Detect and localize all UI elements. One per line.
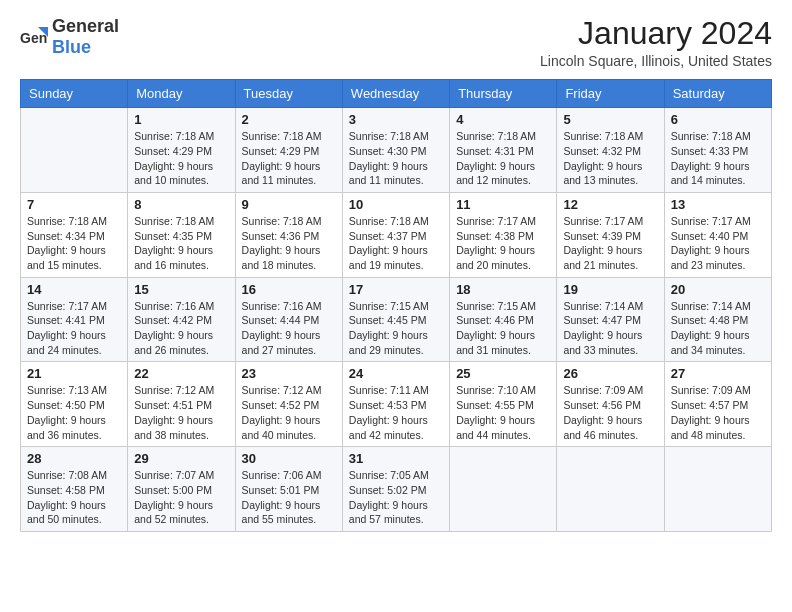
title-area: January 2024 Lincoln Square, Illinois, U… (540, 16, 772, 69)
day-number: 16 (242, 282, 336, 297)
day-number: 23 (242, 366, 336, 381)
calendar-cell: 27Sunrise: 7:09 AMSunset: 4:57 PMDayligh… (664, 362, 771, 447)
cell-info: Sunrise: 7:18 AMSunset: 4:32 PMDaylight:… (563, 129, 657, 188)
calendar-cell: 22Sunrise: 7:12 AMSunset: 4:51 PMDayligh… (128, 362, 235, 447)
calendar-day-header: Sunday (21, 80, 128, 108)
calendar-cell: 2Sunrise: 7:18 AMSunset: 4:29 PMDaylight… (235, 108, 342, 193)
cell-info: Sunrise: 7:18 AMSunset: 4:34 PMDaylight:… (27, 214, 121, 273)
day-number: 9 (242, 197, 336, 212)
calendar-cell: 16Sunrise: 7:16 AMSunset: 4:44 PMDayligh… (235, 277, 342, 362)
cell-info: Sunrise: 7:12 AMSunset: 4:51 PMDaylight:… (134, 383, 228, 442)
day-number: 7 (27, 197, 121, 212)
cell-info: Sunrise: 7:09 AMSunset: 4:56 PMDaylight:… (563, 383, 657, 442)
cell-info: Sunrise: 7:07 AMSunset: 5:00 PMDaylight:… (134, 468, 228, 527)
cell-info: Sunrise: 7:16 AMSunset: 4:42 PMDaylight:… (134, 299, 228, 358)
cell-info: Sunrise: 7:18 AMSunset: 4:37 PMDaylight:… (349, 214, 443, 273)
calendar-cell: 13Sunrise: 7:17 AMSunset: 4:40 PMDayligh… (664, 192, 771, 277)
day-number: 22 (134, 366, 228, 381)
cell-info: Sunrise: 7:05 AMSunset: 5:02 PMDaylight:… (349, 468, 443, 527)
calendar-cell: 4Sunrise: 7:18 AMSunset: 4:31 PMDaylight… (450, 108, 557, 193)
day-number: 13 (671, 197, 765, 212)
calendar-day-header: Tuesday (235, 80, 342, 108)
calendar-cell: 15Sunrise: 7:16 AMSunset: 4:42 PMDayligh… (128, 277, 235, 362)
calendar-cell: 30Sunrise: 7:06 AMSunset: 5:01 PMDayligh… (235, 447, 342, 532)
day-number: 26 (563, 366, 657, 381)
cell-info: Sunrise: 7:15 AMSunset: 4:46 PMDaylight:… (456, 299, 550, 358)
day-number: 14 (27, 282, 121, 297)
day-number: 2 (242, 112, 336, 127)
cell-info: Sunrise: 7:15 AMSunset: 4:45 PMDaylight:… (349, 299, 443, 358)
calendar-table: SundayMondayTuesdayWednesdayThursdayFrid… (20, 79, 772, 532)
calendar-cell: 23Sunrise: 7:12 AMSunset: 4:52 PMDayligh… (235, 362, 342, 447)
day-number: 27 (671, 366, 765, 381)
calendar-cell: 5Sunrise: 7:18 AMSunset: 4:32 PMDaylight… (557, 108, 664, 193)
calendar-cell: 10Sunrise: 7:18 AMSunset: 4:37 PMDayligh… (342, 192, 449, 277)
calendar-cell: 6Sunrise: 7:18 AMSunset: 4:33 PMDaylight… (664, 108, 771, 193)
calendar-week-row: 7Sunrise: 7:18 AMSunset: 4:34 PMDaylight… (21, 192, 772, 277)
day-number: 24 (349, 366, 443, 381)
calendar-cell: 29Sunrise: 7:07 AMSunset: 5:00 PMDayligh… (128, 447, 235, 532)
day-number: 5 (563, 112, 657, 127)
calendar-cell: 11Sunrise: 7:17 AMSunset: 4:38 PMDayligh… (450, 192, 557, 277)
logo-icon: Gen (20, 23, 48, 51)
cell-info: Sunrise: 7:17 AMSunset: 4:39 PMDaylight:… (563, 214, 657, 273)
svg-text:Gen: Gen (20, 30, 47, 46)
day-number: 17 (349, 282, 443, 297)
calendar-cell: 20Sunrise: 7:14 AMSunset: 4:48 PMDayligh… (664, 277, 771, 362)
cell-info: Sunrise: 7:08 AMSunset: 4:58 PMDaylight:… (27, 468, 121, 527)
calendar-cell: 17Sunrise: 7:15 AMSunset: 4:45 PMDayligh… (342, 277, 449, 362)
day-number: 31 (349, 451, 443, 466)
cell-info: Sunrise: 7:14 AMSunset: 4:47 PMDaylight:… (563, 299, 657, 358)
day-number: 15 (134, 282, 228, 297)
calendar-day-header: Friday (557, 80, 664, 108)
cell-info: Sunrise: 7:16 AMSunset: 4:44 PMDaylight:… (242, 299, 336, 358)
cell-info: Sunrise: 7:18 AMSunset: 4:29 PMDaylight:… (242, 129, 336, 188)
calendar-cell: 7Sunrise: 7:18 AMSunset: 4:34 PMDaylight… (21, 192, 128, 277)
calendar-week-row: 21Sunrise: 7:13 AMSunset: 4:50 PMDayligh… (21, 362, 772, 447)
cell-info: Sunrise: 7:18 AMSunset: 4:31 PMDaylight:… (456, 129, 550, 188)
calendar-cell: 3Sunrise: 7:18 AMSunset: 4:30 PMDaylight… (342, 108, 449, 193)
calendar-cell: 24Sunrise: 7:11 AMSunset: 4:53 PMDayligh… (342, 362, 449, 447)
calendar-day-header: Wednesday (342, 80, 449, 108)
calendar-cell: 25Sunrise: 7:10 AMSunset: 4:55 PMDayligh… (450, 362, 557, 447)
day-number: 3 (349, 112, 443, 127)
page-header: Gen General Blue January 2024 Lincoln Sq… (20, 16, 772, 69)
calendar-cell: 1Sunrise: 7:18 AMSunset: 4:29 PMDaylight… (128, 108, 235, 193)
calendar-cell: 9Sunrise: 7:18 AMSunset: 4:36 PMDaylight… (235, 192, 342, 277)
calendar-day-header: Monday (128, 80, 235, 108)
cell-info: Sunrise: 7:10 AMSunset: 4:55 PMDaylight:… (456, 383, 550, 442)
calendar-header-row: SundayMondayTuesdayWednesdayThursdayFrid… (21, 80, 772, 108)
cell-info: Sunrise: 7:06 AMSunset: 5:01 PMDaylight:… (242, 468, 336, 527)
cell-info: Sunrise: 7:18 AMSunset: 4:30 PMDaylight:… (349, 129, 443, 188)
calendar-cell: 12Sunrise: 7:17 AMSunset: 4:39 PMDayligh… (557, 192, 664, 277)
cell-info: Sunrise: 7:09 AMSunset: 4:57 PMDaylight:… (671, 383, 765, 442)
day-number: 21 (27, 366, 121, 381)
day-number: 1 (134, 112, 228, 127)
cell-info: Sunrise: 7:11 AMSunset: 4:53 PMDaylight:… (349, 383, 443, 442)
cell-info: Sunrise: 7:17 AMSunset: 4:41 PMDaylight:… (27, 299, 121, 358)
day-number: 30 (242, 451, 336, 466)
cell-info: Sunrise: 7:17 AMSunset: 4:40 PMDaylight:… (671, 214, 765, 273)
calendar-day-header: Saturday (664, 80, 771, 108)
day-number: 19 (563, 282, 657, 297)
calendar-cell (450, 447, 557, 532)
day-number: 25 (456, 366, 550, 381)
day-number: 6 (671, 112, 765, 127)
cell-info: Sunrise: 7:18 AMSunset: 4:35 PMDaylight:… (134, 214, 228, 273)
day-number: 29 (134, 451, 228, 466)
calendar-cell: 28Sunrise: 7:08 AMSunset: 4:58 PMDayligh… (21, 447, 128, 532)
calendar-cell: 14Sunrise: 7:17 AMSunset: 4:41 PMDayligh… (21, 277, 128, 362)
day-number: 8 (134, 197, 228, 212)
day-number: 28 (27, 451, 121, 466)
day-number: 12 (563, 197, 657, 212)
calendar-cell: 21Sunrise: 7:13 AMSunset: 4:50 PMDayligh… (21, 362, 128, 447)
logo-general: General Blue (52, 16, 119, 58)
calendar-cell: 18Sunrise: 7:15 AMSunset: 4:46 PMDayligh… (450, 277, 557, 362)
day-number: 11 (456, 197, 550, 212)
day-number: 10 (349, 197, 443, 212)
calendar-week-row: 28Sunrise: 7:08 AMSunset: 4:58 PMDayligh… (21, 447, 772, 532)
calendar-week-row: 1Sunrise: 7:18 AMSunset: 4:29 PMDaylight… (21, 108, 772, 193)
cell-info: Sunrise: 7:12 AMSunset: 4:52 PMDaylight:… (242, 383, 336, 442)
calendar-day-header: Thursday (450, 80, 557, 108)
cell-info: Sunrise: 7:18 AMSunset: 4:36 PMDaylight:… (242, 214, 336, 273)
